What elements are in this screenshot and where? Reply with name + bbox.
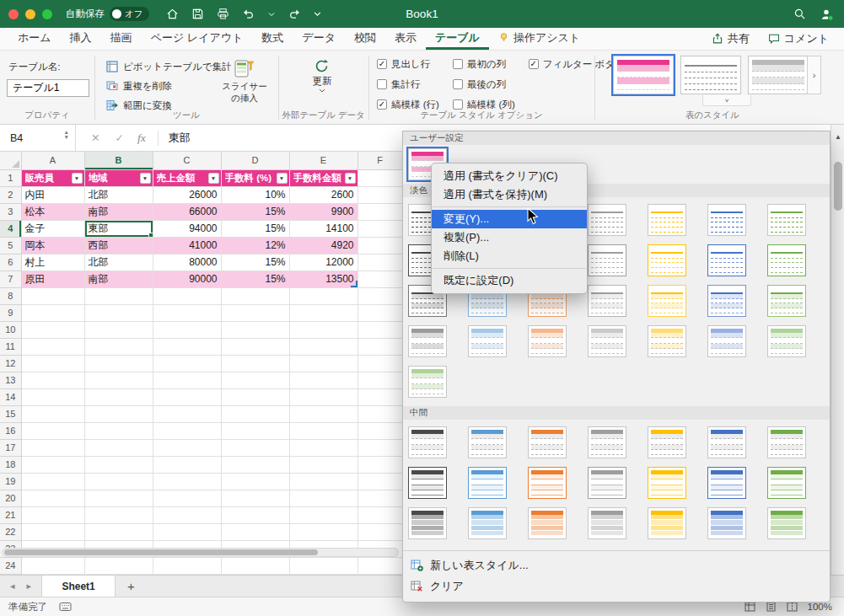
cell[interactable] xyxy=(84,422,153,439)
row-header-7[interactable]: 7 xyxy=(0,271,21,287)
clear-style-button[interactable]: クリア xyxy=(403,576,830,597)
horizontal-scrollbar[interactable] xyxy=(2,548,399,557)
cell[interactable]: 15% xyxy=(221,203,289,220)
close-window-button[interactable] xyxy=(8,9,19,19)
menu-item[interactable]: 適用 (書式を保持)(M) xyxy=(432,185,587,204)
search-icon[interactable] xyxy=(793,8,806,20)
cell[interactable] xyxy=(221,490,289,506)
row-header-18[interactable]: 18 xyxy=(0,456,21,473)
cell[interactable] xyxy=(289,473,357,490)
ribbon-checkbox[interactable]: ✓見出し行 xyxy=(377,56,439,72)
cell[interactable]: 4920 xyxy=(289,237,357,254)
cell[interactable] xyxy=(289,557,357,574)
cell[interactable] xyxy=(21,321,84,338)
cell[interactable] xyxy=(289,372,357,388)
cell[interactable] xyxy=(357,456,402,473)
ribbon-tab-10[interactable]: 操作アシスト xyxy=(489,28,589,50)
cell[interactable] xyxy=(357,422,402,439)
cell[interactable] xyxy=(357,405,402,422)
style-tile[interactable] xyxy=(588,507,626,539)
cell[interactable]: 2600 xyxy=(289,186,357,203)
cell[interactable] xyxy=(221,355,289,372)
cell[interactable] xyxy=(289,523,357,540)
row-header-2[interactable]: 2 xyxy=(0,186,21,203)
gallery-more-button[interactable]: › xyxy=(807,56,821,94)
cell[interactable] xyxy=(221,506,289,523)
style-tile[interactable] xyxy=(767,467,806,499)
cell[interactable]: 北部 xyxy=(84,254,153,271)
style-tile[interactable] xyxy=(707,285,746,317)
select-all-corner[interactable] xyxy=(0,152,21,169)
cell[interactable]: 13500 xyxy=(289,271,357,287)
insert-function-icon[interactable]: fx xyxy=(137,131,146,145)
cell[interactable] xyxy=(153,405,221,422)
cell[interactable] xyxy=(357,439,402,456)
style-tile[interactable] xyxy=(648,467,686,499)
row-header-14[interactable]: 14 xyxy=(0,388,21,405)
cell[interactable] xyxy=(153,439,221,456)
cell[interactable]: 南部 xyxy=(84,203,153,220)
row-header-3[interactable]: 3 xyxy=(0,203,21,220)
cell[interactable] xyxy=(153,287,221,304)
cell[interactable] xyxy=(153,388,221,405)
filter-button[interactable]: ▼ xyxy=(72,173,83,184)
style-tile[interactable] xyxy=(707,426,746,458)
cell[interactable] xyxy=(21,405,84,422)
column-header-E[interactable]: E xyxy=(289,152,357,169)
add-sheet-button[interactable]: + xyxy=(116,576,147,597)
column-header-C[interactable]: C xyxy=(153,152,221,169)
cell[interactable] xyxy=(289,304,357,321)
cell[interactable] xyxy=(221,456,289,473)
row-header-1[interactable]: 1 xyxy=(0,169,21,186)
cell[interactable] xyxy=(221,439,289,456)
row-header-19[interactable]: 19 xyxy=(0,473,21,490)
menu-item[interactable]: 既定に設定(D) xyxy=(432,271,587,290)
cell[interactable] xyxy=(153,557,221,574)
scrollbar-up-arrow-icon[interactable]: ▲ xyxy=(835,133,841,141)
cell[interactable] xyxy=(357,557,402,574)
cell[interactable] xyxy=(357,220,402,237)
row-header-13[interactable]: 13 xyxy=(0,372,21,388)
cell[interactable] xyxy=(153,506,221,523)
row-header-17[interactable]: 17 xyxy=(0,439,21,456)
cell[interactable] xyxy=(153,321,221,338)
cell[interactable] xyxy=(357,372,402,388)
cell[interactable]: 手数料金額▼ xyxy=(289,169,357,186)
cell[interactable] xyxy=(21,372,84,388)
cell[interactable]: 15% xyxy=(221,220,289,237)
account-icon[interactable] xyxy=(820,8,834,21)
cell[interactable] xyxy=(153,523,221,540)
style-tile[interactable] xyxy=(767,426,806,458)
cell[interactable] xyxy=(357,388,402,405)
cell[interactable] xyxy=(289,405,357,422)
cell[interactable] xyxy=(21,490,84,506)
cell[interactable] xyxy=(357,338,402,355)
cell[interactable] xyxy=(221,405,289,422)
cell[interactable] xyxy=(21,287,84,304)
style-tile[interactable] xyxy=(468,507,507,539)
style-tile[interactable] xyxy=(408,325,447,357)
table-name-input[interactable] xyxy=(7,79,89,97)
cell[interactable] xyxy=(153,422,221,439)
column-header-B[interactable]: B xyxy=(84,152,153,169)
style-tile[interactable] xyxy=(408,366,447,398)
autosave-toggle[interactable]: 自動保存 オフ xyxy=(66,7,149,21)
cell[interactable] xyxy=(357,254,402,271)
row-header-5[interactable]: 5 xyxy=(0,237,21,254)
ribbon-tab-9[interactable]: テーブル xyxy=(426,28,489,50)
cell[interactable] xyxy=(357,523,402,540)
cell[interactable] xyxy=(289,490,357,506)
cell[interactable] xyxy=(84,321,153,338)
cell[interactable] xyxy=(21,422,84,439)
cell[interactable] xyxy=(84,372,153,388)
style-tile[interactable] xyxy=(767,507,806,539)
cell[interactable] xyxy=(357,321,402,338)
column-header-D[interactable]: D xyxy=(221,152,289,169)
ribbon-tab-8[interactable]: 表示 xyxy=(385,28,426,50)
share-button[interactable]: 共有 xyxy=(705,29,756,48)
cell[interactable] xyxy=(357,271,402,287)
cell[interactable] xyxy=(84,523,153,540)
style-tile[interactable] xyxy=(468,426,507,458)
cell[interactable]: 北部 xyxy=(84,186,153,203)
cell[interactable] xyxy=(84,506,153,523)
